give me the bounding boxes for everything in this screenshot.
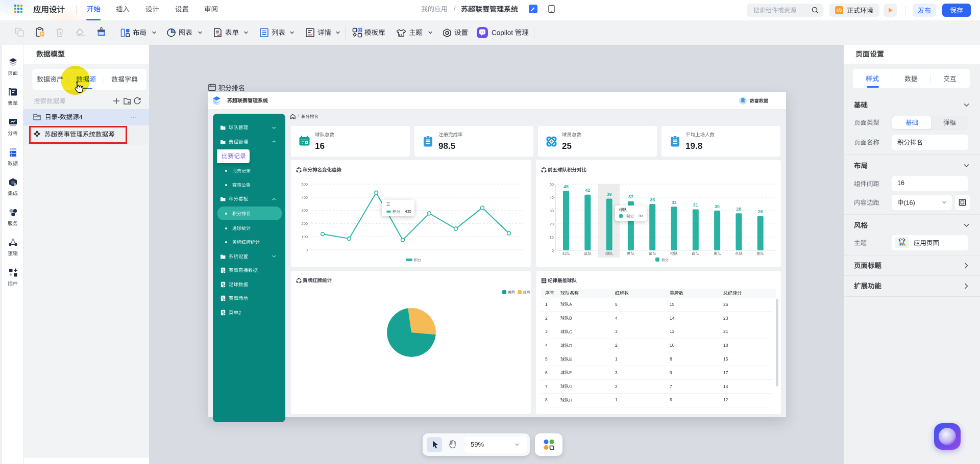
svg-text:0: 0 (552, 248, 554, 253)
svg-text:42: 42 (585, 188, 590, 193)
svg-text:300: 300 (301, 208, 308, 213)
svg-text:39: 39 (607, 192, 612, 197)
svg-text:37: 37 (628, 194, 633, 199)
svg-text:33: 33 (671, 200, 676, 205)
svg-text:400: 400 (301, 195, 308, 200)
svg-text:0: 0 (306, 248, 308, 252)
svg-text:28: 28 (736, 207, 741, 212)
svg-text:30: 30 (550, 209, 554, 213)
svg-text:30: 30 (715, 204, 720, 209)
svg-text:45: 45 (564, 184, 569, 189)
svg-text:10: 10 (550, 235, 554, 240)
svg-text:50: 50 (550, 182, 554, 187)
svg-text:20: 20 (550, 222, 554, 226)
svg-text:100: 100 (301, 235, 308, 239)
svg-text:40: 40 (550, 195, 554, 200)
svg-text:26: 26 (758, 209, 763, 214)
svg-text:31: 31 (693, 202, 698, 208)
svg-text:200: 200 (301, 221, 308, 226)
svg-text:35: 35 (650, 197, 655, 202)
svg-text:500: 500 (301, 182, 308, 187)
